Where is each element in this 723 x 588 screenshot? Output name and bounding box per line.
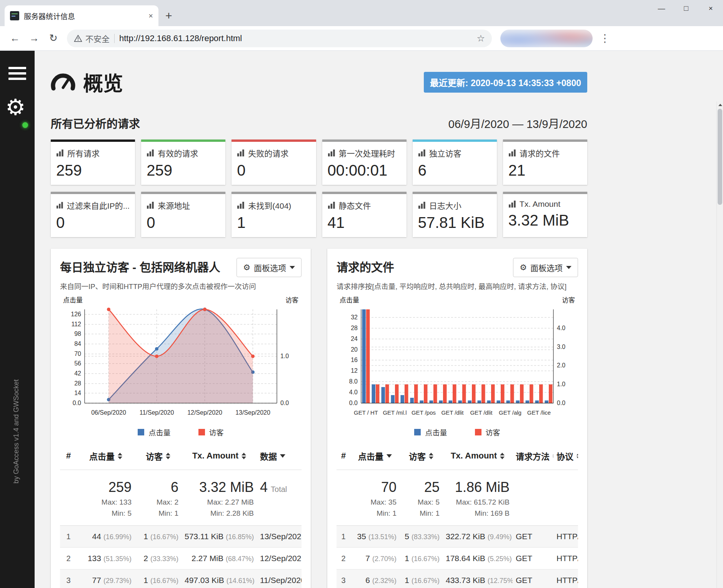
- column-header-data[interactable]: 数据: [257, 442, 302, 470]
- cell-protocol: HTTP/1: [553, 570, 578, 588]
- svg-text:8.0: 8.0: [349, 378, 358, 385]
- report-main: 概览 最近更新: 2020-09-13 14:35:33 +0800 所有已分析…: [35, 51, 723, 588]
- column-header-idx: #: [60, 442, 77, 470]
- svg-text:28: 28: [74, 380, 81, 387]
- site-favicon: [10, 11, 19, 20]
- daily-visitors-chart: 06/Sep/202011/Sep/202012/Sep/202013/Sep/…: [60, 296, 302, 425]
- stat-card: 未找到(404)1: [232, 192, 316, 237]
- browser-tabstrip: 服务器统计信息 × + — □ ×: [0, 0, 723, 26]
- stat-card-value: 57.81 KiB: [418, 214, 491, 231]
- bar-chart-icon: [328, 149, 335, 156]
- svg-text:98: 98: [74, 331, 81, 337]
- bookmark-star-icon[interactable]: ☆: [476, 33, 485, 44]
- new-tab-button[interactable]: +: [165, 10, 172, 22]
- chart-legend: 点击量访客: [60, 427, 302, 437]
- panel-options-button[interactable]: ⚙ 面板选项: [237, 258, 302, 277]
- url-text[interactable]: http://192.168.61.128/report.html: [119, 33, 472, 43]
- table-row: 2133(51.35%)2(33.33%)2.27 MiB(68.47%)12/…: [60, 548, 302, 570]
- column-header-tx[interactable]: Tx. Amount: [443, 442, 513, 470]
- table-header-row: #点击量访客Tx. Amount请求方法协议: [337, 442, 578, 470]
- cell-visitors: 2(33.33%): [135, 548, 182, 570]
- warning-icon: [74, 35, 82, 42]
- panel-options-button[interactable]: ⚙ 面板选项: [513, 258, 578, 277]
- browser-menu-icon[interactable]: ⋮: [600, 32, 610, 45]
- column-header-method[interactable]: 请求方法: [513, 442, 553, 470]
- minimize-button[interactable]: —: [649, 0, 674, 17]
- stat-card: 失败的请求0: [232, 140, 316, 185]
- tab-title: 服务器统计信息: [24, 11, 144, 21]
- close-button[interactable]: ×: [698, 0, 723, 17]
- cell-tx: 2.27 MiB(68.47%): [182, 548, 257, 570]
- stat-card: 第一次处理耗时00:00:01: [322, 140, 406, 185]
- stats-table: #点击量访客Tx. Amount数据259Max: 133Min: 56Max:…: [60, 442, 302, 588]
- svg-text:126: 126: [71, 311, 81, 317]
- scrollbar-thumb[interactable]: [718, 109, 722, 205]
- stat-card-label: 未找到(404): [237, 199, 310, 211]
- scroll-up-icon[interactable]: [717, 101, 723, 108]
- bar-chart-icon: [508, 201, 516, 208]
- settings-gear-icon[interactable]: ⚙: [5, 96, 25, 118]
- bar-chart-icon: [147, 202, 154, 209]
- svg-text:84: 84: [74, 341, 81, 347]
- browser-tab[interactable]: 服务器统计信息 ×: [5, 5, 158, 26]
- forward-icon[interactable]: →: [25, 30, 43, 47]
- sort-both-icon: [500, 453, 505, 459]
- gear-icon: ⚙: [243, 263, 250, 272]
- svg-text:1.0: 1.0: [280, 353, 289, 359]
- svg-text:56: 56: [74, 360, 81, 367]
- svg-text:28: 28: [351, 325, 358, 331]
- column-header-tx[interactable]: Tx. Amount: [182, 442, 257, 470]
- stat-card: 日志大小57.81 KiB: [413, 192, 497, 237]
- stat-card-value: 0: [237, 162, 310, 179]
- websocket-status-dot: [22, 122, 28, 128]
- reload-icon[interactable]: ↻: [45, 30, 62, 47]
- cell-idx: 3: [60, 570, 77, 588]
- tab-close-icon[interactable]: ×: [148, 12, 153, 20]
- column-header-visitors[interactable]: 访客: [400, 442, 443, 470]
- page-scrollbar[interactable]: [716, 101, 723, 588]
- cell-visitors: 5(83.33%): [400, 526, 443, 548]
- svg-text:GET /pos: GET /pos: [411, 409, 436, 416]
- svg-text:112: 112: [71, 321, 81, 327]
- chart-legend: 点击量访客: [337, 427, 578, 437]
- summary-row: 259Max: 133Min: 56Max: 2Min: 13.32 MiBMa…: [60, 470, 302, 526]
- svg-text:GET /ml.l: GET /ml.l: [383, 409, 406, 416]
- bar-chart-icon: [508, 149, 516, 156]
- svg-text:24: 24: [351, 336, 358, 342]
- last-updated-badge: 最近更新: 2020-09-13 14:35:33 +0800: [424, 72, 587, 93]
- stat-card-label: 第一次处理耗时: [328, 147, 401, 159]
- svg-text:3.0: 3.0: [557, 344, 565, 350]
- profile-chip-blurred[interactable]: [500, 30, 593, 47]
- sort-both-icon: [576, 453, 578, 459]
- dashboard-gauge-icon: [51, 72, 75, 92]
- back-icon[interactable]: ←: [6, 30, 24, 47]
- column-header-protocol[interactable]: 协议: [553, 442, 578, 470]
- requested-files-chart: GET / HTGET /ml.lGET /posGET /dlitGET /d…: [337, 296, 578, 425]
- cell-idx: 1: [337, 526, 350, 548]
- security-label: 不安全: [85, 33, 110, 44]
- svg-text:0.0: 0.0: [557, 400, 565, 406]
- stat-cards: 所有请求259有效的请求259失败的请求0第一次处理耗时00:00:01独立访客…: [51, 140, 587, 237]
- cell-idx: 2: [60, 548, 77, 570]
- maximize-button[interactable]: □: [674, 0, 698, 17]
- svg-text:点击量: 点击量: [340, 297, 359, 304]
- stat-card: 静态文件41: [322, 192, 406, 237]
- not-secure-indicator[interactable]: 不安全: [74, 33, 110, 44]
- stat-card-value: 1: [237, 214, 310, 231]
- stat-card-value: 3.32 MiB: [508, 212, 582, 229]
- stat-card-label: 失败的请求: [237, 147, 310, 159]
- svg-text:0.0: 0.0: [349, 400, 358, 406]
- menu-hamburger-icon[interactable]: [8, 67, 26, 80]
- column-header-hits[interactable]: 点击量: [77, 442, 135, 470]
- cell-tx: 433.73 KiB(12.75%): [443, 570, 513, 588]
- sort-both-icon: [166, 453, 170, 459]
- cell-protocol: HTTP/1: [553, 548, 578, 570]
- sort-desc-icon: [280, 454, 285, 458]
- column-header-visitors[interactable]: 访客: [135, 442, 182, 470]
- url-bar[interactable]: 不安全 http://192.168.61.128/report.html ☆: [67, 30, 492, 47]
- svg-text:GET / HT: GET / HT: [354, 409, 378, 416]
- bar-chart-icon: [418, 149, 426, 156]
- column-header-hits[interactable]: 点击量: [350, 442, 400, 470]
- panels: 每日独立访客 - 包括网络机器人 ⚙ 面板选项 来自同一IP、时间和HTTP用户…: [51, 249, 587, 588]
- svg-text:12: 12: [351, 367, 358, 374]
